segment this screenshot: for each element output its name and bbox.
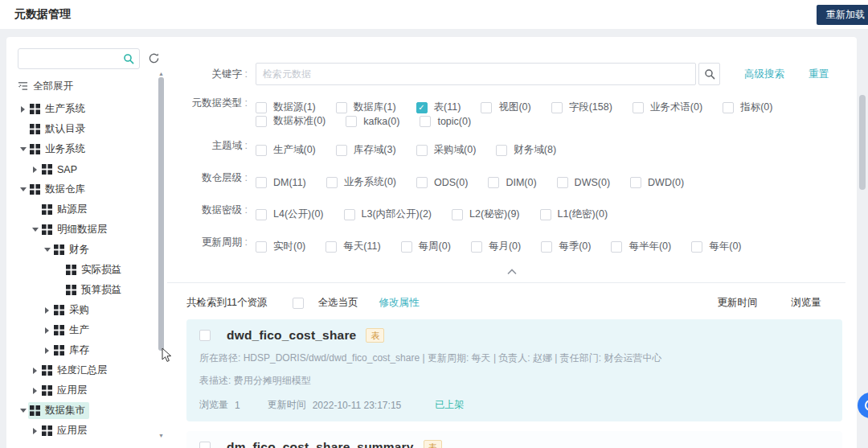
filter-option[interactable]: 库存域(3): [336, 143, 396, 157]
tree-item[interactable]: 数据仓库: [18, 179, 167, 199]
tree-item[interactable]: 轻度汇总层: [18, 360, 167, 380]
checkbox-checked[interactable]: [416, 102, 428, 113]
refresh-icon[interactable]: [148, 52, 160, 68]
tree-expanded-arrow-icon[interactable]: [18, 147, 28, 151]
filter-option[interactable]: L2(秘密)(9): [452, 208, 520, 221]
scroll-up-icon[interactable]: ▲: [158, 71, 165, 77]
filter-option[interactable]: 指标(0): [723, 101, 772, 114]
checkbox-unchecked[interactable]: [481, 102, 492, 113]
filter-option[interactable]: topic(0): [420, 114, 471, 128]
tree-item[interactable]: 默认目录: [18, 119, 167, 139]
filter-option[interactable]: L1(绝密)(0): [540, 208, 608, 221]
tree-node[interactable]: 财务: [52, 241, 93, 258]
filter-option[interactable]: 数据源(1): [256, 101, 316, 114]
tree-node[interactable]: 采购: [52, 302, 93, 319]
tree-node[interactable]: 生产系统: [28, 101, 89, 117]
checkbox-unchecked[interactable]: [691, 241, 702, 253]
tree-node[interactable]: 实际损益: [64, 261, 125, 278]
checkbox-unchecked[interactable]: [256, 145, 267, 156]
filter-option[interactable]: 视图(0): [481, 101, 530, 114]
tree-item[interactable]: 预算损益: [18, 280, 167, 300]
checkbox-unchecked[interactable]: [326, 241, 337, 253]
scroll-down-icon[interactable]: ▼: [158, 433, 165, 439]
sort-by-update-time[interactable]: 更新时间: [718, 296, 758, 310]
collapse-filters-button[interactable]: [167, 268, 857, 275]
tree-item[interactable]: SAP: [18, 159, 167, 179]
checkbox-unchecked[interactable]: [416, 145, 428, 156]
filter-option[interactable]: 每天(11): [326, 240, 380, 253]
checkbox-unchecked[interactable]: [611, 241, 622, 253]
filter-option[interactable]: L3(内部公开)(2): [344, 208, 432, 221]
sidebar-scrollbar[interactable]: ▲ ▼: [158, 71, 165, 439]
tree-node[interactable]: 应用层: [40, 382, 92, 399]
tree-item[interactable]: 贴源层: [18, 199, 167, 220]
tree-search-input[interactable]: [24, 50, 124, 68]
filter-option[interactable]: DIM(0): [488, 175, 536, 189]
tree-item[interactable]: 生产系统: [18, 99, 167, 119]
filter-option[interactable]: 业务术语(0): [633, 101, 702, 114]
checkbox-unchecked[interactable]: [401, 241, 412, 253]
filter-option[interactable]: 每年(0): [691, 240, 741, 253]
checkbox-unchecked[interactable]: [723, 102, 734, 113]
checkbox-unchecked[interactable]: [346, 116, 357, 127]
tree-node[interactable]: 贴源层: [40, 201, 92, 218]
tree-node[interactable]: 预算损益: [64, 282, 125, 298]
filter-option[interactable]: 每季(0): [541, 240, 591, 253]
reload-button[interactable]: 重新加载: [817, 5, 868, 25]
tree-item[interactable]: 应用层: [18, 380, 167, 401]
tree-collapsed-arrow-icon[interactable]: [30, 388, 40, 394]
reset-link[interactable]: 重置: [809, 68, 829, 81]
tree-collapsed-arrow-icon[interactable]: [30, 368, 40, 374]
tree-item[interactable]: 实际损益: [18, 260, 167, 280]
result-title[interactable]: dwd_fico_cost_share: [227, 328, 356, 343]
tree-item[interactable]: 业务系统: [18, 139, 167, 159]
checkbox-unchecked[interactable]: [471, 241, 482, 253]
filter-option[interactable]: 实时(0): [256, 240, 305, 253]
keyword-input[interactable]: [256, 63, 696, 85]
filter-option[interactable]: 财务域(8): [496, 143, 556, 157]
checkbox-unchecked[interactable]: [557, 177, 568, 188]
tree-collapsed-arrow-icon[interactable]: [42, 307, 52, 314]
tree-node[interactable]: 业务系统: [28, 141, 89, 158]
filter-option[interactable]: 字段(158): [551, 101, 612, 114]
filter-option[interactable]: DWS(0): [557, 175, 610, 189]
checkbox-unchecked[interactable]: [256, 177, 267, 188]
result-card[interactable]: dm_fico_cost_share_summary表所在路径: HDSP_DO…: [186, 431, 842, 448]
checkbox-unchecked[interactable]: [633, 102, 644, 113]
sidebar-scroll-thumb[interactable]: [158, 77, 164, 351]
filter-option[interactable]: 采购域(0): [416, 143, 477, 157]
sort-by-views[interactable]: 浏览量: [792, 296, 822, 310]
tree-node[interactable]: 数据集市: [28, 402, 89, 419]
filter-option[interactable]: 生产域(0): [256, 143, 316, 157]
filter-option[interactable]: 每周(0): [401, 240, 451, 253]
search-button[interactable]: [698, 63, 720, 85]
tree-item[interactable]: 明细数据层: [18, 220, 167, 240]
tree-node[interactable]: 数据仓库: [28, 181, 89, 198]
tree-item[interactable]: 应用层: [18, 421, 167, 441]
checkbox-unchecked[interactable]: [420, 116, 431, 127]
modify-attrs-link[interactable]: 修改属性: [379, 296, 419, 310]
checkbox-unchecked[interactable]: [488, 177, 499, 188]
checkbox-unchecked[interactable]: [496, 145, 507, 156]
tree-node[interactable]: 明细数据层: [40, 221, 112, 238]
tree-item[interactable]: 数据集市: [18, 401, 167, 421]
filter-option[interactable]: 数据标准(0): [256, 114, 326, 128]
window-scroll-thumb[interactable]: [859, 95, 866, 190]
checkbox-unchecked[interactable]: [630, 177, 641, 188]
checkbox-unchecked[interactable]: [344, 209, 355, 220]
tree-expanded-arrow-icon[interactable]: [30, 228, 40, 232]
tree-item[interactable]: 生产: [18, 320, 167, 340]
tree-collapsed-arrow-icon[interactable]: [42, 347, 52, 354]
tree-item[interactable]: 采购: [18, 300, 167, 320]
filter-option[interactable]: DWD(0): [630, 175, 684, 189]
filter-option[interactable]: DM(11): [256, 175, 306, 189]
checkbox-unchecked[interactable]: [256, 209, 267, 220]
tree-item[interactable]: 库存: [18, 340, 167, 360]
result-card[interactable]: dwd_fico_cost_share表所在路径: HDSP_DORIS/dwd…: [186, 319, 842, 421]
checkbox-unchecked[interactable]: [416, 177, 428, 188]
tree-expanded-arrow-icon[interactable]: [18, 187, 28, 191]
advanced-search-link[interactable]: 高级搜索: [744, 68, 784, 81]
tree-node[interactable]: 默认目录: [28, 121, 89, 138]
checkbox-unchecked[interactable]: [326, 177, 338, 188]
filter-option[interactable]: ODS(0): [416, 175, 468, 189]
